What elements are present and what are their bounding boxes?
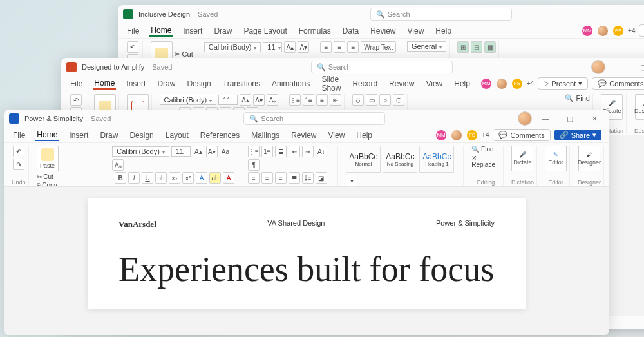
styles-more[interactable]: ▾ — [346, 175, 357, 186]
menu-home[interactable]: Home — [35, 129, 59, 141]
delete-cells[interactable]: ⊟ — [471, 41, 482, 53]
present-button[interactable]: ▷ Present ▾ — [538, 77, 588, 90]
menu-insert[interactable]: Insert — [68, 130, 90, 141]
menu-insert[interactable]: Insert — [182, 25, 204, 37]
menu-help[interactable]: Help — [453, 78, 471, 90]
paste-button[interactable]: Paste — [37, 146, 59, 171]
menu-view[interactable]: View — [424, 78, 444, 90]
menu-slideshow[interactable]: Slide Show — [320, 73, 342, 94]
align-center[interactable]: ≡ — [261, 172, 273, 184]
menu-data[interactable]: Data — [341, 25, 360, 37]
maximize-button[interactable]: ▢ — [559, 111, 581, 126]
maximize-button[interactable]: ▢ — [632, 59, 644, 75]
menu-design[interactable]: Design — [128, 130, 155, 141]
collab-extra[interactable]: +4 — [482, 131, 489, 139]
designer-button[interactable]: 🖌Designer — [578, 146, 600, 171]
comments-button[interactable]: 💬 Comments — [639, 24, 644, 37]
menu-record[interactable]: Record — [351, 78, 379, 90]
share-button[interactable]: 🔗 Share ▾ — [554, 130, 601, 140]
shading[interactable]: ◪ — [316, 172, 327, 184]
superscript[interactable]: x² — [182, 172, 194, 184]
collab-avatar-fs[interactable]: FS — [511, 78, 523, 90]
style-heading1[interactable]: AaBbCcHeading 1 — [419, 146, 454, 173]
comments-button[interactable]: 💬 Comments — [592, 77, 644, 90]
menu-view[interactable]: View — [406, 25, 426, 37]
menu-draw[interactable]: Draw — [99, 130, 119, 141]
font-size[interactable]: 11 — [171, 146, 191, 157]
collab-avatar-mm[interactable]: MM — [480, 78, 492, 90]
align-left[interactable]: ≡ — [320, 41, 332, 53]
menu-view[interactable]: View — [327, 130, 346, 141]
collab-avatar-photo[interactable] — [451, 130, 462, 141]
show-marks[interactable]: ¶ — [248, 159, 260, 171]
collab-avatar-mm[interactable]: MM — [435, 130, 447, 141]
shapes[interactable]: ◇ — [352, 94, 364, 106]
menu-review[interactable]: Review — [388, 78, 415, 90]
menu-transitions[interactable]: Transitions — [222, 78, 261, 90]
decrease-font[interactable]: A▾ — [206, 146, 218, 157]
menu-review[interactable]: Review — [290, 130, 317, 141]
menu-page-layout[interactable]: Page Layout — [242, 25, 288, 37]
search-box[interactable]: 🔍 Search — [243, 112, 385, 125]
bullets[interactable]: ⋮≡ — [248, 146, 260, 157]
replace-button[interactable]: ⤮ Replace — [471, 154, 500, 168]
increase-indent[interactable]: ⇥ — [302, 146, 314, 157]
clear-formatting[interactable]: Aᵩ — [112, 159, 124, 171]
collab-avatar-mm[interactable]: MM — [582, 25, 593, 37]
multilevel[interactable]: ≣ — [275, 146, 287, 157]
subscript[interactable]: x₂ — [169, 172, 180, 184]
insert-cells[interactable]: ⊞ — [457, 41, 469, 53]
menu-design[interactable]: Design — [185, 78, 212, 90]
cut-button[interactable]: ✂ Cut — [175, 50, 193, 59]
font-size-select[interactable]: 11 — [263, 42, 282, 52]
menu-animations[interactable]: Animations — [270, 78, 311, 90]
undo-button[interactable]: ↶ — [13, 146, 24, 157]
style-no-spacing[interactable]: AaBbCcNo Spacing — [383, 146, 417, 173]
menu-file[interactable]: File — [12, 130, 26, 141]
collab-avatar-fs[interactable]: FS — [466, 130, 478, 141]
minimize-button[interactable]: — — [535, 111, 556, 126]
numbering[interactable]: 1≡ — [261, 146, 273, 157]
menu-draw[interactable]: Draw — [213, 25, 233, 37]
collab-extra[interactable]: +4 — [527, 80, 534, 87]
menu-file[interactable]: File — [69, 78, 84, 90]
menu-insert[interactable]: Insert — [125, 78, 147, 90]
user-avatar[interactable] — [518, 111, 532, 126]
collab-avatar-fs[interactable]: FS — [612, 25, 624, 37]
format-cells[interactable]: ▦ — [484, 41, 496, 53]
close-button[interactable]: ✕ — [583, 111, 605, 126]
doc-heading[interactable]: Experiences built for focus — [118, 251, 495, 288]
numbering[interactable]: 1≡ — [303, 94, 314, 106]
italic[interactable]: I — [128, 172, 140, 184]
align-right[interactable]: ≡ — [347, 41, 359, 53]
copy-button[interactable]: ⎘ Copy — [37, 182, 82, 187]
bold[interactable]: B — [115, 172, 126, 184]
collab-avatar-photo[interactable] — [597, 25, 609, 37]
collab-extra[interactable]: +4 — [628, 27, 635, 34]
strikethrough[interactable]: ab — [155, 172, 167, 184]
decrease-font[interactable]: A▾ — [298, 41, 309, 53]
user-avatar[interactable] — [591, 60, 605, 74]
collab-avatar-photo[interactable] — [496, 78, 507, 90]
search-box[interactable]: 🔍 Search — [370, 8, 512, 21]
font-color[interactable]: A — [223, 172, 234, 184]
designer-button[interactable]: 🖌Designer — [635, 94, 644, 120]
font-name[interactable]: Calibri (Body) — [112, 146, 169, 157]
bullets[interactable]: ⋮≡ — [289, 94, 301, 106]
undo-button[interactable]: ↶ — [70, 94, 82, 106]
increase-font[interactable]: A▴ — [284, 41, 296, 53]
align-center[interactable]: ≡ — [334, 41, 345, 53]
menu-mailings[interactable]: Mailings — [250, 130, 281, 141]
menu-help[interactable]: Help — [355, 130, 374, 141]
comments-button[interactable]: 💬 Comments — [493, 129, 550, 141]
redo-button[interactable]: ↷ — [13, 159, 24, 170]
underline[interactable]: U — [142, 172, 153, 184]
number-format[interactable]: General — [407, 41, 446, 52]
decrease-indent[interactable]: ⇤ — [289, 146, 300, 157]
menu-home[interactable]: Home — [93, 77, 116, 90]
find[interactable]: 🔍 Find — [565, 94, 589, 102]
search-box[interactable]: 🔍 Search — [311, 61, 453, 73]
cut-button[interactable]: ✂ Cut — [37, 173, 82, 180]
dictate-button[interactable]: 🎤Dictate — [511, 146, 533, 171]
align-left[interactable]: ≡ — [248, 172, 260, 184]
